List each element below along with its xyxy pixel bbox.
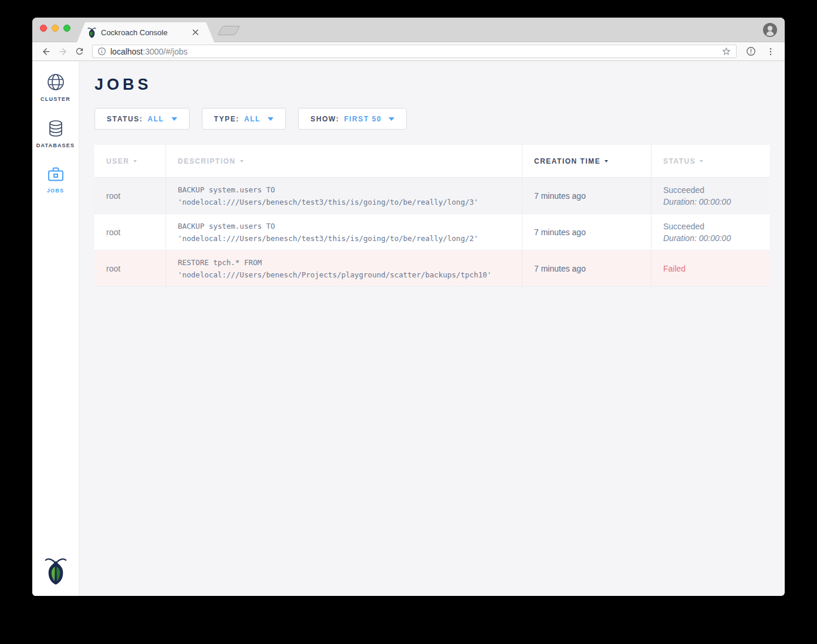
browser-menu-icon[interactable] [762, 43, 779, 60]
creation-time-cell: 7 minutes ago [522, 178, 651, 213]
window-minimize-button[interactable] [52, 25, 59, 32]
filter-value: ALL [147, 115, 164, 123]
main-content: JOBS STATUS: ALL TYPE: ALL SHOW: FIRST 5… [79, 62, 785, 596]
sidebar-item-cluster[interactable]: CLUSTER [32, 70, 79, 107]
status-duration: Duration: 00:00:00 [663, 232, 758, 244]
status-text: Failed [663, 263, 758, 274]
column-header-label: CREATION TIME [534, 157, 600, 165]
sort-caret-icon [700, 160, 703, 162]
globe-icon [46, 73, 65, 91]
type-filter-dropdown[interactable]: TYPE: ALL [202, 108, 286, 130]
user-cell: root [94, 250, 166, 286]
sort-caret-icon [605, 160, 608, 162]
browser-tab[interactable]: Cockroach Console [77, 22, 214, 42]
sidebar-item-label: CLUSTER [40, 96, 70, 102]
sort-caret-icon [240, 160, 244, 162]
table-row: root BACKUP system.users TO 'nodelocal:/… [94, 178, 769, 214]
extension-icon[interactable] [742, 43, 759, 60]
tab-close-icon[interactable] [191, 28, 200, 37]
reload-button[interactable] [71, 43, 87, 60]
sidebar: CLUSTER DATABASES [32, 62, 79, 596]
url-path: :3000/#/jobs [143, 47, 187, 56]
cockroach-favicon-icon [87, 27, 96, 38]
description-line: RESTORE tpch.* FROM [178, 256, 510, 269]
filter-value: FIRST 50 [344, 115, 382, 123]
cockroach-logo-icon [32, 556, 79, 585]
jobs-table: USER DESCRIPTION CREATION TIME STATUS ro… [94, 145, 769, 287]
chevron-down-icon [268, 117, 274, 121]
status-duration: Duration: 00:00:00 [663, 196, 758, 208]
cockroach-console-app: CLUSTER DATABASES [32, 62, 785, 596]
forward-button[interactable] [55, 43, 71, 60]
show-filter-dropdown[interactable]: SHOW: FIRST 50 [298, 108, 407, 130]
window-zoom-button[interactable] [63, 25, 70, 32]
filter-label: TYPE: [214, 115, 239, 123]
table-row: root RESTORE tpch.* FROM 'nodelocal:///U… [94, 250, 769, 287]
description-line: 'nodelocal:///Users/benesch/test3/this/i… [178, 196, 510, 208]
column-header-label: STATUS [663, 157, 696, 165]
chevron-down-icon [389, 117, 394, 121]
column-header-label: USER [106, 157, 129, 165]
user-cell: root [94, 178, 166, 213]
window-close-button[interactable] [40, 25, 47, 32]
browser-toolbar: localhost:3000/#/jobs [32, 42, 785, 61]
description-cell: RESTORE tpch.* FROM 'nodelocal:///Users/… [166, 250, 522, 286]
url-text: localhost:3000/#/jobs [110, 47, 721, 56]
column-header-creation-time[interactable]: CREATION TIME [522, 145, 651, 177]
filter-value: ALL [244, 115, 261, 123]
browser-window: Cockroach Console [32, 18, 785, 596]
tab-title: Cockroach Console [101, 28, 191, 37]
column-header-status[interactable]: STATUS [651, 145, 769, 177]
description-cell: BACKUP system.users TO 'nodelocal:///Use… [166, 214, 522, 250]
profile-icon[interactable] [762, 22, 778, 38]
description-line: BACKUP system.users TO [178, 220, 510, 232]
url-input[interactable]: localhost:3000/#/jobs [92, 45, 737, 58]
user-cell: root [94, 214, 166, 250]
column-header-user[interactable]: USER [94, 145, 166, 177]
window-controls [40, 25, 70, 32]
column-header-label: DESCRIPTION [178, 157, 236, 165]
chevron-down-icon [171, 117, 177, 121]
description-cell: BACKUP system.users TO 'nodelocal:///Use… [166, 178, 522, 213]
column-header-description[interactable]: DESCRIPTION [166, 145, 522, 177]
url-host: localhost [110, 47, 143, 56]
database-icon [47, 119, 65, 138]
bookmark-star-icon[interactable] [721, 46, 731, 56]
creation-time-cell: 7 minutes ago [522, 250, 651, 286]
briefcase-icon [46, 165, 65, 183]
table-row: root BACKUP system.users TO 'nodelocal:/… [94, 214, 769, 250]
status-cell: Failed [651, 250, 769, 286]
status-cell: Succeeded Duration: 00:00:00 [651, 178, 769, 213]
browser-tabstrip: Cockroach Console [32, 18, 785, 42]
status-text: Succeeded [663, 221, 758, 232]
sidebar-item-label: JOBS [47, 188, 64, 194]
status-filter-dropdown[interactable]: STATUS: ALL [94, 108, 190, 130]
filter-label: SHOW: [310, 115, 339, 123]
description-line: 'nodelocal:///Users/benesch/test3/this/i… [178, 232, 510, 245]
status-text: Succeeded [663, 184, 758, 196]
description-line: BACKUP system.users TO [178, 184, 510, 196]
creation-time-cell: 7 minutes ago [522, 214, 651, 250]
sort-caret-icon [133, 160, 137, 162]
description-line: 'nodelocal:///Users/benesch/Projects/pla… [178, 269, 510, 281]
page-title: JOBS [94, 76, 769, 94]
back-button[interactable] [38, 43, 55, 60]
site-info-icon[interactable] [97, 47, 106, 56]
filter-bar: STATUS: ALL TYPE: ALL SHOW: FIRST 50 [94, 108, 769, 130]
sidebar-item-databases[interactable]: DATABASES [32, 117, 79, 153]
status-cell: Succeeded Duration: 00:00:00 [651, 214, 769, 250]
new-tab-button[interactable] [218, 26, 241, 35]
sidebar-item-jobs[interactable]: JOBS [32, 163, 79, 198]
toolbar-right-icons [742, 43, 779, 60]
table-body: root BACKUP system.users TO 'nodelocal:/… [94, 178, 769, 287]
filter-label: STATUS: [107, 115, 143, 123]
table-header-row: USER DESCRIPTION CREATION TIME STATUS [94, 145, 769, 178]
sidebar-item-label: DATABASES [36, 143, 75, 148]
